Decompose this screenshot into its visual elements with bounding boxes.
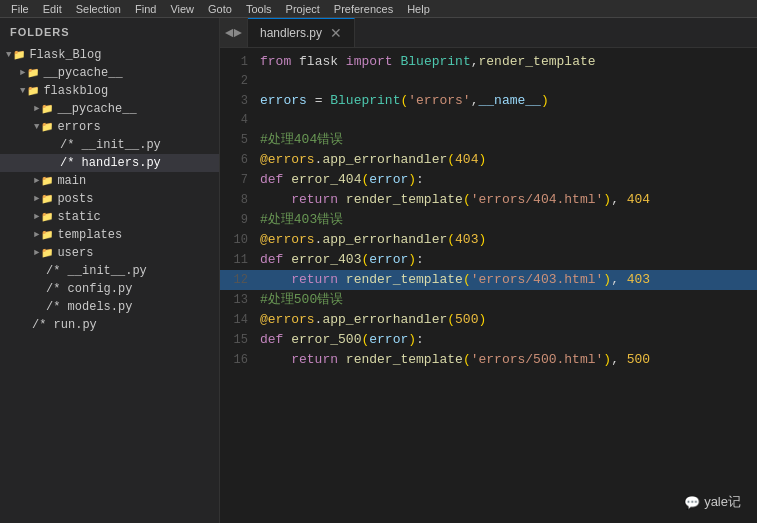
menu-item-find[interactable]: Find [128,0,163,18]
tree-item-label: users [57,246,93,260]
line-number: 2 [220,72,260,91]
tree-item-run[interactable]: /* run.py [0,316,219,334]
tree-item-label: /* models.py [46,300,132,314]
tree-item-label: __pycache__ [43,66,122,80]
menu-bar: FileEditSelectionFindViewGotoToolsProjec… [0,0,757,18]
menu-item-tools[interactable]: Tools [239,0,279,18]
folder-icon: 📁 [27,67,39,79]
tree-item-users[interactable]: ►📁users [0,244,219,262]
code-line-8: 8 return render_template('errors/404.htm… [220,190,757,210]
code-line-16: 16 return render_template('errors/500.ht… [220,350,757,370]
menu-item-selection[interactable]: Selection [69,0,128,18]
tab-handlers[interactable]: handlers.py ✕ [248,18,355,47]
line-content: return render_template('errors/403.html'… [260,270,757,289]
folder-icon: 📁 [13,49,25,61]
tree-item-label: __pycache__ [57,102,136,116]
code-line-9: 9#处理403错误 [220,210,757,230]
menu-item-help[interactable]: Help [400,0,437,18]
arrow-icon: ▼ [20,86,25,96]
menu-item-edit[interactable]: Edit [36,0,69,18]
line-content: errors = Blueprint('errors',__name__) [260,91,757,110]
line-number: 4 [220,111,260,130]
folder-icon: 📁 [41,247,53,259]
tree-item-handlers[interactable]: /* handlers.py [0,154,219,172]
menu-item-preferences[interactable]: Preferences [327,0,400,18]
line-number: 14 [220,311,260,330]
sidebar: FOLDERS ▼📁Flask_Blog►📁__pycache__▼📁flask… [0,18,220,523]
sidebar-header: FOLDERS [0,18,219,46]
tree-item-label: flaskblog [43,84,108,98]
arrow-icon: ▼ [34,122,39,132]
menu-item-file[interactable]: File [4,0,36,18]
tab-nav[interactable]: ◄► [220,18,248,47]
tree-item-templates[interactable]: ►📁templates [0,226,219,244]
tree-item-init_errors[interactable]: /* __init__.py [0,136,219,154]
menu-item-project[interactable]: Project [279,0,327,18]
code-line-10: 10@errors.app_errorhandler(403) [220,230,757,250]
tab-close-button[interactable]: ✕ [330,26,342,40]
arrow-icon: ► [20,68,25,78]
line-number: 15 [220,331,260,350]
line-number: 9 [220,211,260,230]
tree-item-main[interactable]: ►📁main [0,172,219,190]
tree-item-pycache_root[interactable]: ►📁__pycache__ [0,64,219,82]
tree-item-label: templates [57,228,122,242]
line-content: def error_403(error): [260,250,757,269]
arrow-icon: ► [34,176,39,186]
line-content: #处理403错误 [260,210,757,229]
tree-item-flaskblog[interactable]: ▼📁flaskblog [0,82,219,100]
code-line-13: 13#处理500错误 [220,290,757,310]
tree-item-label: posts [57,192,93,206]
folder-icon: 📁 [41,211,53,223]
line-content: @errors.app_errorhandler(404) [260,150,757,169]
watermark: 💬 yale记 [684,493,741,511]
code-line-15: 15def error_500(error): [220,330,757,350]
line-number: 12 [220,271,260,290]
tree-item-label: /* run.py [32,318,97,332]
line-number: 10 [220,231,260,250]
arrow-icon: ► [34,230,39,240]
tree-item-label: main [57,174,86,188]
menu-item-goto[interactable]: Goto [201,0,239,18]
code-line-11: 11def error_403(error): [220,250,757,270]
tree-item-pycache_fb[interactable]: ►📁__pycache__ [0,100,219,118]
file-tree: ▼📁Flask_Blog►📁__pycache__▼📁flaskblog►📁__… [0,46,219,334]
tree-item-static[interactable]: ►📁static [0,208,219,226]
arrow-icon: ► [34,212,39,222]
tab-label: handlers.py [260,26,322,40]
line-content: @errors.app_errorhandler(500) [260,310,757,329]
tree-item-errors[interactable]: ▼📁errors [0,118,219,136]
tree-item-label: /* __init__.py [46,264,147,278]
folder-icon: 📁 [41,121,53,133]
tree-item-flask_blog[interactable]: ▼📁Flask_Blog [0,46,219,64]
line-content: #处理404错误 [260,130,757,149]
tab-bar: ◄► handlers.py ✕ [220,18,757,48]
folder-icon: 📁 [41,103,53,115]
line-number: 3 [220,92,260,111]
code-line-5: 5#处理404错误 [220,130,757,150]
line-number: 7 [220,171,260,190]
code-line-1: 1from flask import Blueprint,render_temp… [220,52,757,72]
code-editor[interactable]: 1from flask import Blueprint,render_temp… [220,48,757,523]
arrow-icon: ► [34,104,39,114]
line-content: def error_404(error): [260,170,757,189]
tree-item-init_fb[interactable]: /* __init__.py [0,262,219,280]
code-line-4: 4 [220,111,757,130]
tree-item-label: errors [57,120,100,134]
tree-item-config[interactable]: /* config.py [0,280,219,298]
arrow-icon: ► [34,194,39,204]
tree-item-label: static [57,210,100,224]
tree-item-label: Flask_Blog [29,48,101,62]
line-content: def error_500(error): [260,330,757,349]
tree-item-models[interactable]: /* models.py [0,298,219,316]
code-line-14: 14@errors.app_errorhandler(500) [220,310,757,330]
code-line-6: 6@errors.app_errorhandler(404) [220,150,757,170]
line-content: return render_template('errors/404.html'… [260,190,757,209]
folder-icon: 📁 [41,193,53,205]
tree-item-label: /* handlers.py [60,156,161,170]
tree-item-label: /* __init__.py [60,138,161,152]
line-content: @errors.app_errorhandler(403) [260,230,757,249]
folder-icon: 📁 [41,229,53,241]
tree-item-posts[interactable]: ►📁posts [0,190,219,208]
menu-item-view[interactable]: View [163,0,201,18]
